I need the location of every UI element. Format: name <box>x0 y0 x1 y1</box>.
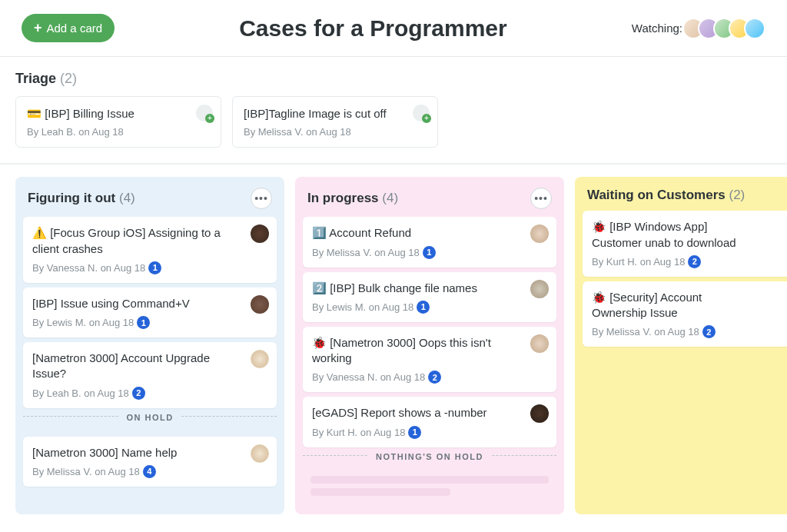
card-title-text: [IBP]Tagline Image is cut off <box>244 107 387 120</box>
card-emoji-icon: ⚠️ <box>32 226 47 239</box>
card-title: [IBP]Tagline Image is cut off <box>244 106 427 121</box>
column-header: In progress (4) ••• <box>303 188 556 217</box>
column-title: In progress (4) <box>307 191 398 206</box>
assign-icon[interactable] <box>196 105 213 121</box>
assign-icon[interactable] <box>413 105 430 121</box>
triage-cards: 💳 [IBP] Billing Issue By Leah B. on Aug … <box>15 96 772 148</box>
card-meta: By Leah B. on Aug 18 <box>27 126 210 138</box>
card-emoji-icon: 🐞 <box>312 336 327 349</box>
card-title: 1️⃣ Account Refund <box>312 225 547 241</box>
triage-title-text: Triage <box>15 71 56 86</box>
assignee-avatar[interactable] <box>530 280 549 298</box>
triage-card[interactable]: 💳 [IBP] Billing Issue By Leah B. on Aug … <box>15 96 221 148</box>
hold-label: ON HOLD <box>118 413 181 422</box>
card-title-text: [Security] Account Ownership Issue <box>592 291 702 319</box>
triage-section: Triage (2) 💳 [IBP] Billing Issue By Leah… <box>0 57 787 163</box>
card[interactable]: [Nametron 3000] Account Upgrade Issue? B… <box>23 342 277 408</box>
column-waiting-on-customers: Waiting on Customers (2) 🐞 [IBP Windows … <box>575 177 787 514</box>
comment-badge: 1 <box>408 426 421 439</box>
comment-badge: 2 <box>132 387 145 400</box>
card-title: [Nametron 3000] Account Upgrade Issue? <box>32 351 267 382</box>
assignee-avatar[interactable] <box>251 350 269 368</box>
card-title: [eGADS] Report shows a -number <box>312 405 547 421</box>
card-meta: By Kurt H. on Aug 18 <box>312 427 405 438</box>
card-title-text: [Focus Group iOS] Assigning to a client … <box>32 226 221 254</box>
card-meta: By Lewis M. on Aug 18 <box>312 301 413 313</box>
card-title: 💳 [IBP] Billing Issue <box>27 106 210 121</box>
column-title-text: Waiting on Customers <box>587 188 726 202</box>
card-meta: By Melissa V. on Aug 18 <box>312 247 420 258</box>
column-count: (4) <box>382 191 398 205</box>
card[interactable]: 🐞 [Nametron 3000] Oops this isn't workin… <box>303 327 556 393</box>
card[interactable]: 🐞 [IBP Windows App] Customer unab to dow… <box>583 211 787 277</box>
card[interactable]: [eGADS] Report shows a -number By Kurt H… <box>303 397 556 447</box>
card-title: [IBP] Issue using Command+V <box>32 296 267 311</box>
card-meta: By Melissa V. on Aug 18 <box>32 466 140 477</box>
column-in-progress: In progress (4) ••• 1️⃣ Account Refund B… <box>295 177 564 514</box>
card-title: 🐞 [Nametron 3000] Oops this isn't workin… <box>312 335 547 367</box>
comment-badge: 2 <box>428 371 441 384</box>
card-emoji-icon: 💳 <box>27 107 42 120</box>
comment-badge: 1 <box>423 246 436 259</box>
card-title-text: Account Refund <box>329 226 411 239</box>
placeholder-line <box>310 488 450 496</box>
comment-badge: 1 <box>137 316 150 329</box>
column-header: Waiting on Customers (2) <box>583 188 787 211</box>
card-meta: By Vanessa N. on Aug 18 <box>312 371 425 383</box>
hold-divider: NOTHING'S ON HOLD <box>303 455 556 470</box>
card-title: [Nametron 3000] Name help <box>32 445 267 461</box>
card-title-text: [IBP Windows App] Customer unab to downl… <box>592 220 736 248</box>
card-title: 🐞 [IBP Windows App] Customer unab to dow… <box>592 219 781 251</box>
column-header: Figuring it out (4) ••• <box>23 188 277 217</box>
column-title-text: In progress <box>307 191 379 205</box>
watching-section: Watching: <box>632 18 765 39</box>
card-title-text: [IBP] Billing Issue <box>45 107 134 120</box>
comment-badge: 4 <box>143 465 156 478</box>
avatar[interactable] <box>744 18 765 39</box>
card-title: 2️⃣ [IBP] Bulk change file names <box>312 281 547 296</box>
page-title: Cases for a Programmer <box>239 15 507 42</box>
assignee-avatar[interactable] <box>530 334 549 353</box>
column-title: Figuring it out (4) <box>28 191 135 206</box>
triage-card[interactable]: [IBP]Tagline Image is cut off By Melissa… <box>232 96 438 148</box>
triage-title: Triage (2) <box>15 71 772 87</box>
hold-divider: ON HOLD <box>23 416 277 431</box>
add-card-button[interactable]: + Add a card <box>22 14 115 42</box>
card-title: 🐞 [Security] Account Ownership Issue <box>592 290 781 321</box>
header: + Add a card Cases for a Programmer Watc… <box>0 0 787 56</box>
card[interactable]: [IBP] Issue using Command+V By Lewis M. … <box>23 288 277 337</box>
column-figuring-it-out: Figuring it out (4) ••• ⚠️ [Focus Group … <box>15 177 284 514</box>
card-emoji-icon: 1️⃣ <box>312 226 327 239</box>
card-title-text: [IBP] Bulk change file names <box>330 281 477 294</box>
add-card-label: Add a card <box>47 22 103 35</box>
card-meta: By Leah B. on Aug 18 <box>32 387 129 399</box>
hold-label: NOTHING'S ON HOLD <box>368 452 491 461</box>
watcher-avatars[interactable] <box>689 18 765 39</box>
card-emoji-icon: 🐞 <box>592 291 606 304</box>
card-emoji-icon: 2️⃣ <box>312 281 327 294</box>
more-button[interactable]: ••• <box>251 188 272 209</box>
card[interactable]: 1️⃣ Account Refund By Melissa V. on Aug … <box>303 217 556 267</box>
columns-container: Figuring it out (4) ••• ⚠️ [Focus Group … <box>0 163 787 526</box>
more-button[interactable]: ••• <box>530 188 552 209</box>
column-count: (4) <box>119 191 135 205</box>
comment-badge: 2 <box>702 325 716 338</box>
card-meta: By Vanessa N. on Aug 18 <box>32 262 145 274</box>
card-title-text: [Nametron 3000] Oops this isn't working <box>312 336 491 364</box>
plus-icon: + <box>34 20 42 36</box>
card[interactable]: 2️⃣ [IBP] Bulk change file names By Lewi… <box>303 272 556 322</box>
column-count: (2) <box>729 188 745 202</box>
card[interactable]: [Nametron 3000] Name help By Melissa V. … <box>23 437 277 487</box>
placeholder-line <box>310 476 549 484</box>
card-meta: By Melissa V. on Aug 18 <box>244 126 427 138</box>
column-title-text: Figuring it out <box>28 191 115 205</box>
assignee-avatar[interactable] <box>251 295 269 314</box>
card[interactable]: ⚠️ [Focus Group iOS] Assigning to a clie… <box>23 217 277 283</box>
card[interactable]: 🐞 [Security] Account Ownership Issue By … <box>583 281 787 347</box>
assignee-avatar[interactable] <box>251 444 269 463</box>
column-title: Waiting on Customers (2) <box>587 188 745 203</box>
watching-label: Watching: <box>632 22 682 35</box>
comment-badge: 1 <box>417 301 430 314</box>
card-meta: By Lewis M. on Aug 18 <box>32 317 134 328</box>
comment-badge: 2 <box>688 255 701 268</box>
